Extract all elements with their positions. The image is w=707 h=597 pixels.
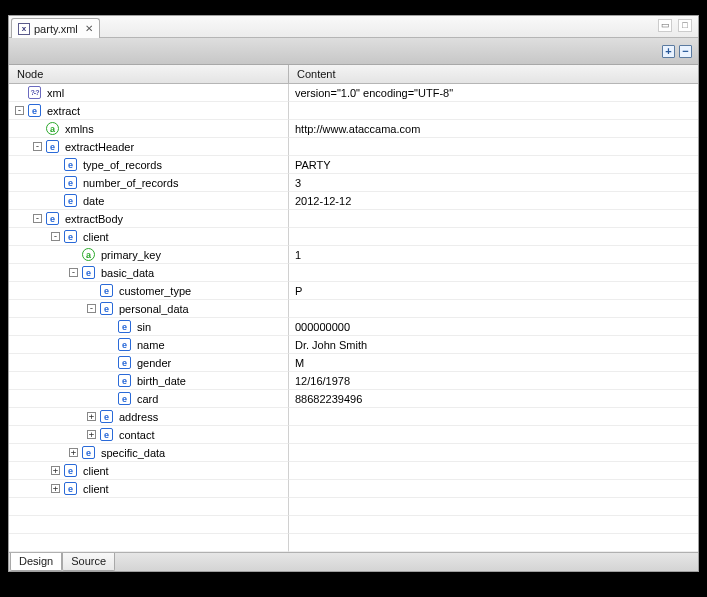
tree-node[interactable]: ecustomer_type: [9, 282, 289, 300]
node-value[interactable]: [289, 300, 698, 318]
node-value[interactable]: [289, 516, 698, 534]
collapse-icon[interactable]: -: [51, 232, 60, 241]
window-controls: ▭ □: [658, 19, 692, 32]
node-label: client: [81, 465, 109, 477]
element-icon: e: [64, 158, 77, 171]
tab-source[interactable]: Source: [62, 553, 115, 571]
node-value[interactable]: 88682239496: [289, 390, 698, 408]
node-value[interactable]: PARTY: [289, 156, 698, 174]
element-icon: e: [118, 392, 131, 405]
tree-node[interactable]: ename: [9, 336, 289, 354]
node-value[interactable]: 2012-12-12: [289, 192, 698, 210]
expand-all-icon[interactable]: +: [662, 45, 675, 58]
tree-node[interactable]: +eclient: [9, 462, 289, 480]
background-fill: [0, 581, 707, 597]
tree-node[interactable]: aprimary_key: [9, 246, 289, 264]
element-icon: e: [64, 194, 77, 207]
node-value[interactable]: 1: [289, 246, 698, 264]
tree-node[interactable]: +econtact: [9, 426, 289, 444]
tab-design[interactable]: Design: [10, 553, 62, 571]
expand-icon[interactable]: +: [87, 412, 96, 421]
node-value[interactable]: [289, 408, 698, 426]
node-value[interactable]: [289, 444, 698, 462]
xml-declaration-icon: ?-?: [28, 86, 41, 99]
node-value[interactable]: [289, 480, 698, 498]
node-value[interactable]: [289, 534, 698, 552]
node-value[interactable]: version="1.0" encoding="UTF-8": [289, 84, 698, 102]
node-value[interactable]: http://www.ataccama.com: [289, 120, 698, 138]
tree-node[interactable]: -epersonal_data: [9, 300, 289, 318]
column-header-content[interactable]: Content: [289, 65, 698, 84]
node-label: extractHeader: [63, 141, 134, 153]
tree-node[interactable]: +especific_data: [9, 444, 289, 462]
node-value[interactable]: [289, 210, 698, 228]
node-value[interactable]: [289, 498, 698, 516]
tree-node[interactable]: edate: [9, 192, 289, 210]
tab-bar: x party.xml ✕ ▭ □: [9, 16, 698, 38]
node-value[interactable]: Dr. John Smith: [289, 336, 698, 354]
tree-node[interactable]: ecard: [9, 390, 289, 408]
toolbar: + −: [9, 38, 698, 65]
tree-node[interactable]: -eclient: [9, 228, 289, 246]
node-label: date: [81, 195, 104, 207]
node-value[interactable]: 12/16/1978: [289, 372, 698, 390]
node-value[interactable]: [289, 264, 698, 282]
element-icon: e: [64, 482, 77, 495]
tree-node[interactable]: etype_of_records: [9, 156, 289, 174]
tree-node[interactable]: +eaddress: [9, 408, 289, 426]
collapse-icon[interactable]: -: [33, 214, 42, 223]
expand-icon[interactable]: +: [69, 448, 78, 457]
node-label: client: [81, 231, 109, 243]
node-label: xmlns: [63, 123, 94, 135]
node-value[interactable]: [289, 228, 698, 246]
expand-icon[interactable]: +: [51, 484, 60, 493]
node-value[interactable]: [289, 138, 698, 156]
element-icon: e: [64, 176, 77, 189]
element-icon: e: [64, 230, 77, 243]
tree-node[interactable]: esin: [9, 318, 289, 336]
minimize-icon[interactable]: ▭: [658, 19, 672, 32]
collapse-icon[interactable]: -: [87, 304, 96, 313]
expand-icon[interactable]: +: [87, 430, 96, 439]
collapse-icon[interactable]: -: [69, 268, 78, 277]
column-header-node[interactable]: Node: [9, 65, 289, 84]
node-value[interactable]: P: [289, 282, 698, 300]
tree-node[interactable]: [9, 516, 289, 534]
element-icon: e: [100, 302, 113, 315]
close-icon[interactable]: ✕: [85, 23, 93, 34]
node-value[interactable]: 3: [289, 174, 698, 192]
element-icon: e: [46, 212, 59, 225]
node-value[interactable]: 000000000: [289, 318, 698, 336]
node-value[interactable]: [289, 462, 698, 480]
expand-icon[interactable]: +: [51, 466, 60, 475]
node-value[interactable]: [289, 426, 698, 444]
tree-node[interactable]: ebirth_date: [9, 372, 289, 390]
element-icon: e: [118, 338, 131, 351]
element-icon: e: [82, 266, 95, 279]
tree-node[interactable]: enumber_of_records: [9, 174, 289, 192]
tree-node[interactable]: axmlns: [9, 120, 289, 138]
editor-window: x party.xml ✕ ▭ □ + − Node Content ?-?xm…: [8, 15, 699, 572]
tree-node[interactable]: egender: [9, 354, 289, 372]
node-label: personal_data: [117, 303, 189, 315]
tree-node[interactable]: -eextractHeader: [9, 138, 289, 156]
maximize-icon[interactable]: □: [678, 19, 692, 32]
collapse-icon[interactable]: -: [15, 106, 24, 115]
tree-node[interactable]: +eclient: [9, 480, 289, 498]
node-label: customer_type: [117, 285, 191, 297]
file-tab[interactable]: x party.xml ✕: [11, 18, 100, 38]
tree-node[interactable]: ?-?xml: [9, 84, 289, 102]
tree-node[interactable]: -ebasic_data: [9, 264, 289, 282]
node-value[interactable]: M: [289, 354, 698, 372]
node-label: birth_date: [135, 375, 186, 387]
node-label: basic_data: [99, 267, 154, 279]
node-label: sin: [135, 321, 151, 333]
tree-node[interactable]: -eextractBody: [9, 210, 289, 228]
element-icon: e: [100, 428, 113, 441]
tree-node[interactable]: [9, 498, 289, 516]
tree-node[interactable]: -eextract: [9, 102, 289, 120]
collapse-all-icon[interactable]: −: [679, 45, 692, 58]
collapse-icon[interactable]: -: [33, 142, 42, 151]
tree-node[interactable]: [9, 534, 289, 552]
node-value[interactable]: [289, 102, 698, 120]
